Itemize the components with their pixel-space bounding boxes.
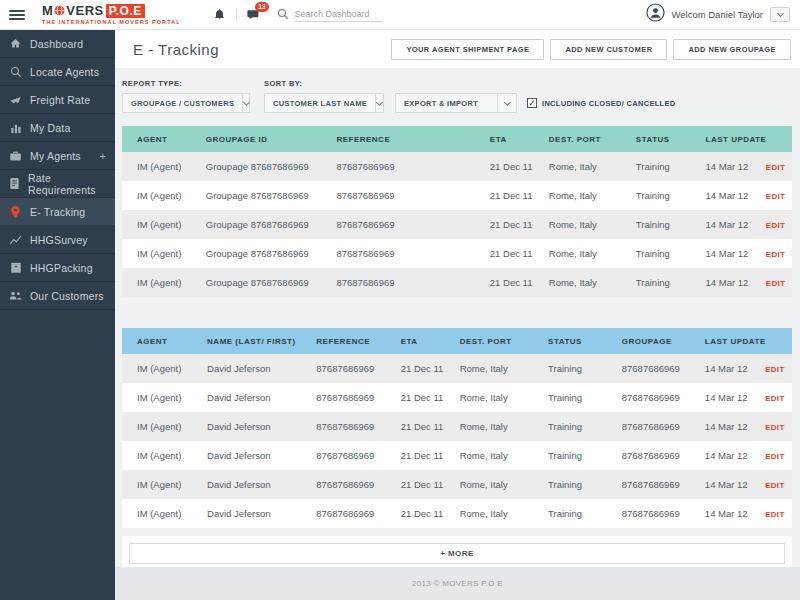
- table-row: IM (Agent)David Jeferson8768768696921 De…: [122, 499, 792, 528]
- export-import-select[interactable]: EXPORT & IMPORT: [395, 93, 517, 113]
- cell-eta: 21 Dec 11: [401, 383, 460, 412]
- copyright-text: 2013 © MOVERS P.O.E: [412, 579, 503, 588]
- cell-agent: IM (Agent): [122, 210, 206, 239]
- sidebar-item-locate-agents[interactable]: Locate Agents: [0, 58, 115, 86]
- edit-link[interactable]: EDIT: [766, 163, 785, 172]
- sidebar-item-my-data[interactable]: My Data: [0, 114, 115, 142]
- cell-status: Training: [636, 181, 706, 210]
- add-new-groupage-button[interactable]: ADD NEW GROUPAGE: [673, 39, 791, 60]
- cell-status: Training: [548, 383, 622, 412]
- cell-dest-port: Rome, Italy: [549, 268, 636, 297]
- sidebar-item-hhgsurvey[interactable]: HHGSurvey: [0, 226, 115, 254]
- sidebar-item-label: Locate Agents: [30, 66, 99, 78]
- cell-last-update: 14 Mar 12: [706, 210, 766, 239]
- add-new-customer-button[interactable]: ADD NEW CUSTOMER: [550, 39, 667, 60]
- table-row: IM (Agent)Groupage 876876869698768768696…: [122, 268, 792, 297]
- column-header: REFERENCE: [336, 126, 489, 152]
- bell-icon[interactable]: [209, 8, 230, 21]
- table-row: IM (Agent)David Jeferson8768768696921 De…: [122, 470, 792, 499]
- cell-last-update: 14 Mar 12: [705, 470, 765, 499]
- cell-dest-port: Rome, Italy: [460, 383, 548, 412]
- divider: [236, 9, 237, 21]
- column-header: ETA: [401, 328, 460, 354]
- groupage-table-header: AGENTGROUPAGE IDREFERENCEETADEST. PORTST…: [122, 126, 792, 152]
- report-type-select[interactable]: GROUPAGE / CUSTOMERS: [122, 93, 250, 113]
- search-icon: [277, 6, 289, 24]
- edit-link[interactable]: EDIT: [765, 394, 784, 403]
- cell-dest-port: Rome, Italy: [460, 441, 548, 470]
- sidebar-item-label: My Agents: [30, 150, 81, 162]
- logo[interactable]: MVERSP.O.E THE INTERNATIONAL MOVERS PORT…: [42, 4, 181, 26]
- sidebar-item-e-tracking[interactable]: E- Tracking: [0, 198, 115, 226]
- sidebar-nav: DashboardLocate AgentsFreight RateMy Dat…: [0, 30, 115, 310]
- cell-dest-port: Rome, Italy: [460, 412, 548, 441]
- briefcase-icon: [9, 149, 22, 162]
- cell-reference: 87687686969: [336, 239, 489, 268]
- cell-status: Training: [636, 152, 706, 181]
- cell-last-update: 14 Mar 12: [706, 181, 766, 210]
- cell-reference: 87687686969: [316, 499, 400, 528]
- cell-reference: 87687686969: [336, 181, 489, 210]
- table-row: IM (Agent)David Jeferson8768768696921 De…: [122, 354, 792, 383]
- cell-groupage: 87687686969: [622, 354, 705, 383]
- sidebar-item-dashboard[interactable]: Dashboard: [0, 30, 115, 58]
- title-bar: E - Tracking YOUR AGENT SHIPMENT PAGEADD…: [115, 30, 800, 68]
- cell-status: Training: [548, 412, 622, 441]
- customer-table-header: AGENTNAME (LAST/ FIRST)REFERENCEETADEST.…: [122, 328, 792, 354]
- edit-link[interactable]: EDIT: [766, 192, 785, 201]
- cell-agent: IM (Agent): [122, 152, 206, 181]
- edit-link[interactable]: EDIT: [766, 250, 785, 259]
- cell-agent: IM (Agent): [122, 354, 207, 383]
- home-icon: [9, 37, 22, 50]
- cell-last-update: 14 Mar 12: [705, 383, 765, 412]
- cell-eta: 21 Dec 11: [490, 268, 549, 297]
- table-row: IM (Agent)Groupage 876876869698768768696…: [122, 181, 792, 210]
- people-icon: [9, 289, 22, 302]
- cell-reference: 87687686969: [336, 152, 489, 181]
- edit-link[interactable]: EDIT: [765, 365, 784, 374]
- cell-last-update: 14 Mar 12: [706, 268, 766, 297]
- edit-link[interactable]: EDIT: [765, 452, 784, 461]
- your-agent-shipment-page-button[interactable]: YOUR AGENT SHIPMENT PAGE: [391, 39, 544, 60]
- avatar-icon: [646, 3, 665, 26]
- expand-plus-icon[interactable]: +: [100, 150, 106, 162]
- sidebar-item-our-customers[interactable]: Our Customers: [0, 282, 115, 310]
- logo-tagline: THE INTERNATIONAL MOVERS PORTAL: [42, 20, 181, 26]
- table-row: IM (Agent)David Jeferson8768768696921 De…: [122, 383, 792, 412]
- page-actions: YOUR AGENT SHIPMENT PAGEADD NEW CUSTOMER…: [391, 39, 791, 60]
- sort-by-select[interactable]: CUSTOMER LAST NAME: [264, 93, 384, 113]
- user-menu-button[interactable]: [770, 7, 790, 22]
- cell-dest-port: Rome, Italy: [549, 152, 636, 181]
- more-button[interactable]: + MORE: [129, 543, 785, 564]
- column-header: AGENT: [122, 126, 206, 152]
- cell-groupage: 87687686969: [622, 441, 705, 470]
- including-closed-checkbox[interactable]: ✓ INCLUDING CLOSED/ CANCELLED: [527, 93, 676, 113]
- cell-groupage: 87687686969: [622, 412, 705, 441]
- cell-status: Training: [636, 210, 706, 239]
- groupage-table: AGENTGROUPAGE IDREFERENCEETADEST. PORTST…: [122, 126, 792, 297]
- app-window: MVERSP.O.E THE INTERNATIONAL MOVERS PORT…: [0, 0, 800, 600]
- edit-link[interactable]: EDIT: [765, 481, 784, 490]
- cell-last-update: 14 Mar 12: [705, 499, 765, 528]
- notification-badge: 13: [255, 2, 268, 12]
- column-header-edit: [766, 126, 792, 152]
- menu-icon[interactable]: [9, 8, 25, 22]
- messages-icon[interactable]: 13: [243, 8, 265, 21]
- cell-name: David Jeferson: [207, 412, 316, 441]
- edit-link[interactable]: EDIT: [766, 221, 785, 230]
- column-header: STATUS: [636, 126, 706, 152]
- edit-link[interactable]: EDIT: [765, 423, 784, 432]
- sidebar-item-freight-rate[interactable]: Freight Rate: [0, 86, 115, 114]
- sort-by-label: SORT BY:: [264, 79, 384, 88]
- column-header-edit: [765, 328, 792, 354]
- search-input[interactable]: [294, 7, 382, 22]
- cell-last-update: 14 Mar 12: [706, 152, 766, 181]
- sidebar-item-rate-requirements[interactable]: Rate Requirements: [0, 170, 115, 198]
- content: REPORT TYPE: GROUPAGE / CUSTOMERS SORT B…: [115, 68, 800, 567]
- sidebar-item-hhgpacking[interactable]: HHGPacking: [0, 254, 115, 282]
- cell-agent: IM (Agent): [122, 383, 207, 412]
- edit-link[interactable]: EDIT: [765, 510, 784, 519]
- cell-groupage: 87687686969: [622, 383, 705, 412]
- sidebar-item-my-agents[interactable]: My Agents+: [0, 142, 115, 170]
- edit-link[interactable]: EDIT: [766, 279, 785, 288]
